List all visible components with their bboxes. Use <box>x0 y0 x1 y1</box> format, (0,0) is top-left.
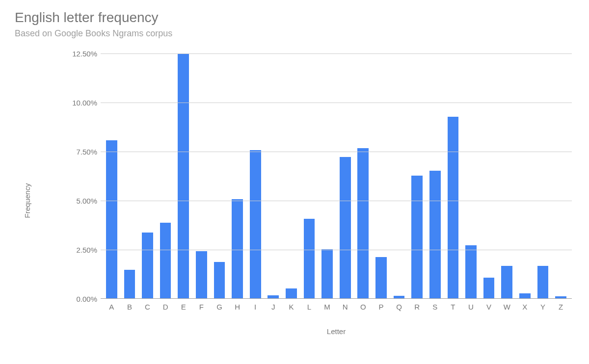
bar <box>232 199 243 298</box>
gridline <box>101 201 572 201</box>
bar <box>321 249 333 298</box>
chart-area: Frequency ABCDEFGHIJKLMNOPQRSTUVWXYZ Let… <box>15 49 574 353</box>
bar-slot: O <box>354 53 373 298</box>
bar-slot: L <box>300 53 319 298</box>
bar <box>340 157 351 298</box>
chart-subtitle: Based on Google Books Ngrams corpus <box>15 28 574 39</box>
bar-slot: K <box>282 53 300 298</box>
x-tick-label: H <box>228 303 246 311</box>
bar <box>142 233 153 298</box>
bar-slot: C <box>138 53 157 298</box>
x-tick-label: M <box>318 303 336 311</box>
bars-container: ABCDEFGHIJKLMNOPQRSTUVWXYZ <box>101 53 572 298</box>
bar <box>448 117 459 298</box>
bar-slot: Z <box>552 53 570 298</box>
x-tick-label: K <box>282 303 300 311</box>
bar-slot: P <box>372 53 390 298</box>
bar-slot: T <box>444 53 462 298</box>
plot-region: ABCDEFGHIJKLMNOPQRSTUVWXYZ <box>101 53 572 299</box>
bar <box>537 266 549 298</box>
y-tick-label: 5.00% <box>58 197 97 205</box>
bar <box>268 295 279 298</box>
x-tick-label: V <box>480 303 498 311</box>
x-tick-label: P <box>372 303 390 311</box>
x-tick-label: F <box>192 303 211 311</box>
x-tick-label: Z <box>552 303 570 311</box>
bar <box>357 148 369 298</box>
bar-slot: V <box>480 53 498 298</box>
x-tick-label: R <box>408 303 426 311</box>
y-tick-label: 12.50% <box>58 50 97 58</box>
x-tick-label: U <box>462 303 480 311</box>
x-tick-label: X <box>516 303 534 311</box>
bar-slot: U <box>462 53 480 298</box>
bar <box>286 288 297 298</box>
gridline <box>101 103 572 103</box>
bar <box>304 219 315 298</box>
x-tick-label: I <box>246 303 265 311</box>
bar-slot: Y <box>534 53 552 298</box>
x-tick-label: Q <box>390 303 408 311</box>
bar-slot: R <box>408 53 426 298</box>
bar-slot: N <box>336 53 354 298</box>
bar <box>555 296 566 298</box>
x-tick-label: G <box>211 303 229 311</box>
x-tick-label: T <box>444 303 462 311</box>
gridline <box>101 152 572 152</box>
bar <box>178 54 189 298</box>
bar <box>465 245 477 298</box>
x-tick-label: B <box>121 303 139 311</box>
bar-slot: B <box>121 53 139 298</box>
bar-slot: Q <box>390 53 408 298</box>
bar <box>501 266 512 298</box>
bar <box>483 278 495 298</box>
y-tick-label: 10.00% <box>58 99 97 107</box>
x-tick-label: D <box>157 303 175 311</box>
bar-slot: F <box>192 53 211 298</box>
x-tick-label: W <box>498 303 516 311</box>
gridline <box>101 53 572 54</box>
gridline <box>101 250 572 250</box>
x-tick-label: N <box>336 303 354 311</box>
bar <box>196 251 207 298</box>
x-tick-label: O <box>354 303 373 311</box>
x-tick-label: E <box>174 303 192 311</box>
y-axis-label: Frequency <box>23 183 31 218</box>
bar <box>519 293 531 298</box>
bar-slot: D <box>157 53 175 298</box>
bar-slot: G <box>211 53 229 298</box>
bar <box>106 140 117 298</box>
y-tick-label: 2.50% <box>58 246 97 254</box>
bar <box>411 176 423 298</box>
x-tick-label: A <box>103 303 121 311</box>
y-tick-label: 7.50% <box>58 148 97 156</box>
bar <box>160 223 171 298</box>
bar <box>394 296 405 298</box>
bar-slot: A <box>103 53 121 298</box>
x-tick-label: S <box>426 303 444 311</box>
bar-slot: I <box>246 53 265 298</box>
bar <box>214 262 225 298</box>
bar <box>375 257 387 298</box>
bar-slot: E <box>174 53 192 298</box>
x-axis-label: Letter <box>101 327 572 336</box>
bar-slot: X <box>516 53 534 298</box>
x-tick-label: Y <box>534 303 552 311</box>
bar-slot: H <box>228 53 246 298</box>
bar <box>429 171 441 298</box>
bar-slot: M <box>318 53 336 298</box>
x-tick-label: L <box>300 303 319 311</box>
chart-title: English letter frequency <box>15 10 574 26</box>
bar-slot: W <box>498 53 516 298</box>
x-tick-label: J <box>264 303 282 311</box>
bar <box>124 270 135 298</box>
x-tick-label: C <box>138 303 157 311</box>
bar-slot: J <box>264 53 282 298</box>
bar-slot: S <box>426 53 444 298</box>
bar <box>250 150 261 298</box>
y-tick-label: 0.00% <box>58 295 97 303</box>
